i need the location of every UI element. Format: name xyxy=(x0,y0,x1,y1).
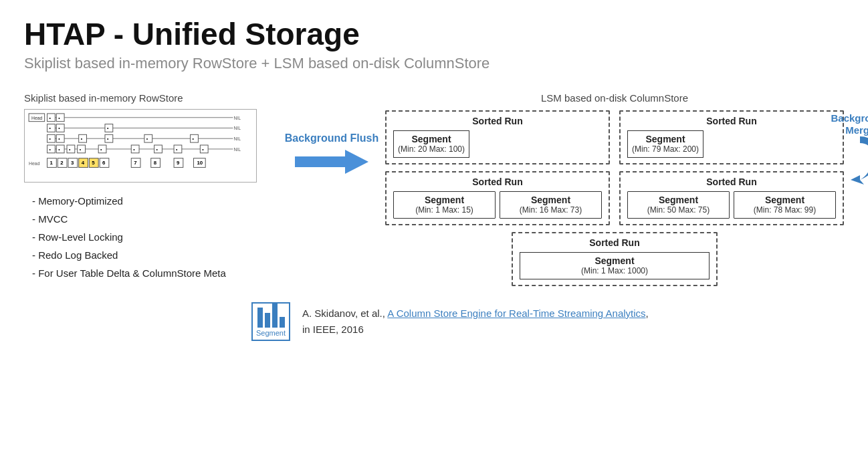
svg-text:NIL: NIL xyxy=(233,147,241,152)
lsm-rows: Sorted Run Segment (Min: 20 Max: 100) So… xyxy=(385,110,844,286)
lsm-row-0: Sorted Run Segment (Min: 20 Max: 100) So… xyxy=(385,110,844,164)
sorted-run-2-0: Sorted Run Segment (Min: 1 Max: 1000) xyxy=(512,232,718,286)
svg-text:Head: Head xyxy=(31,116,43,120)
svg-rect-23 xyxy=(105,134,113,142)
reference-text: A. Skidanov, et al., A Column Store Engi… xyxy=(302,306,649,338)
svg-text:NIL: NIL xyxy=(233,116,241,120)
svg-rect-21 xyxy=(79,134,87,142)
segment-range: (Min: 16 Max: 73) xyxy=(504,205,597,215)
svg-rect-33 xyxy=(56,145,64,153)
bar-3 xyxy=(272,304,278,328)
svg-rect-37 xyxy=(78,145,86,153)
bar-1 xyxy=(257,308,263,328)
segment-box-2: Segment (Min: 50 Max: 75) xyxy=(627,191,730,219)
segments-row: Segment (Min: 79 Max: 200) xyxy=(627,130,836,158)
right-panel: LSM based on-disk ColumnStore Sorted Run… xyxy=(385,92,844,286)
segments-row: Segment (Min: 1 Max: 15) Segment (Min: 1… xyxy=(393,191,602,219)
background-flush-label: Background Flush xyxy=(285,132,378,144)
sorted-run-0-1: Sorted Run Segment (Min: 79 Max: 200) xyxy=(619,110,844,164)
svg-rect-3 xyxy=(47,114,56,122)
segment-range: (Min: 79 Max: 200) xyxy=(632,144,699,154)
segments-row: Segment (Min: 50 Max: 75) Segment (Min: … xyxy=(627,191,836,219)
lsm-label: LSM based on-disk ColumnStore xyxy=(385,92,844,104)
sorted-run-title: Sorted Run xyxy=(393,177,602,187)
sorted-run-1-0: Sorted Run Segment (Min: 1 Max: 15) Segm… xyxy=(385,171,610,225)
skiplist-label: Skiplist based in-memory RowStore xyxy=(24,92,278,104)
sorted-run-0-0: Sorted Run Segment (Min: 20 Max: 100) xyxy=(385,110,610,164)
ref-link[interactable]: A Column Store Engine for Real-Time Stre… xyxy=(387,308,645,319)
sorted-run-title: Sorted Run xyxy=(393,116,602,126)
segment-title: Segment xyxy=(524,255,706,266)
bullet-item-4: Redo Log Backed xyxy=(24,246,278,264)
segment-range: (Min: 1 Max: 15) xyxy=(398,205,491,215)
segment-title: Segment xyxy=(504,195,597,205)
bullet-item-2: MVCC xyxy=(24,210,278,228)
lsm-row-1: Sorted Run Segment (Min: 1 Max: 15) Segm… xyxy=(385,171,844,225)
segment-range: (Min: 1 Max: 1000) xyxy=(524,266,706,275)
bottom-reference: Segment A. Skidanov, et al., A Column St… xyxy=(251,302,844,341)
svg-text:10: 10 xyxy=(197,160,203,166)
segment-title: Segment xyxy=(398,134,465,144)
svg-text:NIL: NIL xyxy=(233,126,241,130)
merge-arrow-wrap: Background Merge xyxy=(831,112,868,190)
svg-text:8: 8 xyxy=(154,160,157,166)
segment-bars xyxy=(257,304,285,328)
bullet-item-5: For User Table Delta & ColumnStore Meta xyxy=(24,264,278,282)
segment-title: Segment xyxy=(738,195,831,205)
svg-text:7: 7 xyxy=(134,160,137,166)
segment-box-1: Segment (Min: 16 Max: 73) xyxy=(500,191,602,219)
segments-row: Segment (Min: 1 Max: 1000) xyxy=(520,252,710,279)
svg-text:3: 3 xyxy=(71,160,74,166)
svg-rect-13 xyxy=(105,124,113,132)
segment-title: Segment xyxy=(632,195,725,205)
svg-rect-35 xyxy=(67,145,75,153)
svg-marker-71 xyxy=(295,150,368,174)
flush-arrow-icon xyxy=(295,148,368,175)
page-title: HTAP - Unified Storage xyxy=(24,16,844,52)
segment-range: (Min: 20 Max: 100) xyxy=(398,144,465,154)
svg-rect-43 xyxy=(154,145,162,153)
svg-text:1: 1 xyxy=(50,160,53,166)
left-panel: Skiplist based in-memory RowStore Head •… xyxy=(24,92,278,282)
svg-text:9: 9 xyxy=(177,160,180,166)
arrow-area: Background Flush xyxy=(278,92,385,175)
bar-4 xyxy=(280,317,285,328)
sorted-run-title: Sorted Run xyxy=(520,237,710,248)
segment-box: Segment (Min: 20 Max: 100) xyxy=(393,130,469,158)
segment-icon: Segment xyxy=(251,302,290,341)
background-merge-label: Background Merge xyxy=(831,112,868,136)
sorted-run-title: Sorted Run xyxy=(627,177,836,187)
segment-box-0: Segment (Min: 1 Max: 15) xyxy=(393,191,496,219)
sorted-run-1-1: Sorted Run Segment (Min: 50 Max: 75) Seg… xyxy=(619,171,844,225)
segment-box: Segment (Min: 79 Max: 200) xyxy=(627,130,703,158)
skiplist-diagram: Head • • NIL • • • NIL • • • • xyxy=(24,109,257,183)
segment-title: Segment xyxy=(398,195,491,205)
svg-text:6: 6 xyxy=(102,160,106,166)
subtitle: Skiplist based in-memory RowStore + LSM … xyxy=(24,55,844,72)
svg-rect-27 xyxy=(191,134,199,142)
ref-text-before: A. Skidanov, et al., xyxy=(302,308,387,319)
segment-box: Segment (Min: 1 Max: 1000) xyxy=(520,252,710,279)
segment-range: (Min: 50 Max: 75) xyxy=(632,205,725,215)
svg-text:NIL: NIL xyxy=(233,136,241,141)
svg-text:5: 5 xyxy=(92,160,95,166)
bullet-item-1: Memory-Optimized xyxy=(24,192,278,210)
svg-rect-41 xyxy=(131,145,139,153)
svg-rect-5 xyxy=(56,114,64,122)
svg-text:Head: Head xyxy=(29,161,40,166)
svg-rect-45 xyxy=(174,145,182,153)
sorted-run-title: Sorted Run xyxy=(627,116,836,126)
svg-rect-9 xyxy=(47,124,56,132)
svg-rect-31 xyxy=(47,145,56,153)
svg-rect-39 xyxy=(98,145,106,153)
svg-text:4: 4 xyxy=(82,160,85,166)
bullet-list: Memory-Optimized MVCC Row-Level Locking … xyxy=(24,192,278,282)
svg-rect-17 xyxy=(47,134,56,142)
bar-2 xyxy=(265,313,270,328)
svg-rect-11 xyxy=(56,124,64,132)
segment-box-3: Segment (Min: 78 Max: 99) xyxy=(734,191,836,219)
segment-icon-label: Segment xyxy=(256,329,286,337)
segments-row: Segment (Min: 20 Max: 100) xyxy=(393,130,602,158)
svg-text:2: 2 xyxy=(60,160,64,166)
bullet-item-3: Row-Level Locking xyxy=(24,228,278,246)
